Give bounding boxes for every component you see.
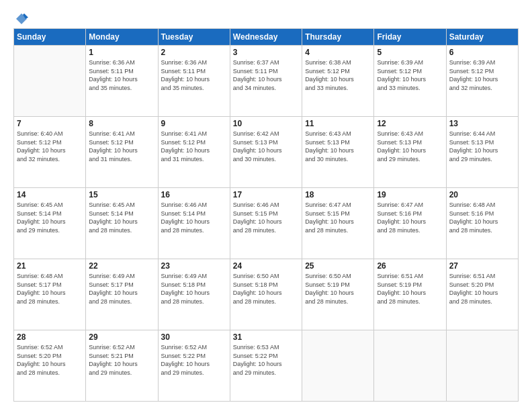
day-info: Sunrise: 6:43 AM Sunset: 5:13 PM Dayligh… [305, 130, 371, 163]
calendar-cell: 12Sunrise: 6:43 AM Sunset: 5:13 PM Dayli… [374, 117, 446, 188]
calendar-cell: 24Sunrise: 6:50 AM Sunset: 5:18 PM Dayli… [230, 259, 302, 330]
day-info: Sunrise: 6:42 AM Sunset: 5:13 PM Dayligh… [233, 130, 299, 163]
day-number: 30 [161, 332, 227, 342]
day-info: Sunrise: 6:37 AM Sunset: 5:11 PM Dayligh… [233, 58, 299, 92]
day-number: 17 [233, 190, 299, 199]
calendar-cell: 21Sunrise: 6:48 AM Sunset: 5:17 PM Dayli… [14, 259, 86, 330]
calendar-cell: 1Sunrise: 6:36 AM Sunset: 5:11 PM Daylig… [86, 46, 158, 117]
day-info: Sunrise: 6:45 AM Sunset: 5:14 PM Dayligh… [89, 201, 154, 234]
day-info: Sunrise: 6:39 AM Sunset: 5:12 PM Dayligh… [377, 58, 443, 92]
calendar-table: SundayMondayTuesdayWednesdayThursdayFrid… [13, 28, 519, 402]
calendar-cell [302, 330, 374, 402]
day-number: 20 [449, 190, 515, 199]
day-number: 3 [233, 48, 299, 57]
weekday-header-row: SundayMondayTuesdayWednesdayThursdayFrid… [14, 29, 519, 46]
day-number: 1 [89, 48, 154, 57]
day-number: 6 [449, 48, 515, 57]
day-info: Sunrise: 6:49 AM Sunset: 5:17 PM Dayligh… [89, 272, 154, 306]
day-info: Sunrise: 6:49 AM Sunset: 5:18 PM Dayligh… [161, 272, 227, 306]
calendar-cell: 22Sunrise: 6:49 AM Sunset: 5:17 PM Dayli… [86, 259, 158, 330]
day-info: Sunrise: 6:41 AM Sunset: 5:12 PM Dayligh… [161, 130, 227, 163]
calendar-cell: 8Sunrise: 6:41 AM Sunset: 5:12 PM Daylig… [86, 117, 158, 188]
day-number: 31 [233, 332, 299, 342]
calendar-cell [374, 330, 446, 402]
day-info: Sunrise: 6:38 AM Sunset: 5:12 PM Dayligh… [305, 58, 371, 92]
calendar-cell: 20Sunrise: 6:48 AM Sunset: 5:16 PM Dayli… [446, 188, 518, 259]
day-info: Sunrise: 6:41 AM Sunset: 5:12 PM Dayligh… [89, 130, 154, 163]
day-info: Sunrise: 6:46 AM Sunset: 5:14 PM Dayligh… [161, 201, 227, 234]
calendar-cell: 19Sunrise: 6:47 AM Sunset: 5:16 PM Dayli… [374, 188, 446, 259]
calendar-cell: 16Sunrise: 6:46 AM Sunset: 5:14 PM Dayli… [158, 188, 230, 259]
day-number: 10 [233, 119, 299, 128]
calendar-week-3: 14Sunrise: 6:45 AM Sunset: 5:14 PM Dayli… [14, 188, 519, 259]
calendar-cell: 17Sunrise: 6:46 AM Sunset: 5:15 PM Dayli… [230, 188, 302, 259]
day-number: 22 [89, 261, 154, 271]
day-info: Sunrise: 6:44 AM Sunset: 5:13 PM Dayligh… [449, 130, 515, 163]
calendar-cell: 30Sunrise: 6:52 AM Sunset: 5:22 PM Dayli… [158, 330, 230, 402]
calendar-cell [14, 46, 86, 117]
day-info: Sunrise: 6:36 AM Sunset: 5:11 PM Dayligh… [89, 58, 154, 92]
day-info: Sunrise: 6:36 AM Sunset: 5:11 PM Dayligh… [161, 58, 227, 92]
day-number: 4 [305, 48, 371, 57]
day-number: 5 [377, 48, 443, 57]
calendar-cell: 9Sunrise: 6:41 AM Sunset: 5:12 PM Daylig… [158, 117, 230, 188]
day-info: Sunrise: 6:47 AM Sunset: 5:15 PM Dayligh… [305, 201, 371, 234]
day-number: 21 [17, 261, 83, 271]
calendar-week-4: 21Sunrise: 6:48 AM Sunset: 5:17 PM Dayli… [14, 259, 519, 330]
weekday-header-tuesday: Tuesday [158, 29, 230, 46]
calendar-cell: 27Sunrise: 6:51 AM Sunset: 5:20 PM Dayli… [446, 259, 518, 330]
day-info: Sunrise: 6:46 AM Sunset: 5:15 PM Dayligh… [233, 201, 299, 234]
weekday-header-monday: Monday [86, 29, 158, 46]
calendar-cell: 4Sunrise: 6:38 AM Sunset: 5:12 PM Daylig… [302, 46, 374, 117]
day-number: 26 [377, 261, 443, 271]
weekday-header-wednesday: Wednesday [230, 29, 302, 46]
day-info: Sunrise: 6:39 AM Sunset: 5:12 PM Dayligh… [449, 58, 515, 92]
calendar-page: SundayMondayTuesdayWednesdayThursdayFrid… [0, 0, 532, 411]
weekday-header-saturday: Saturday [446, 29, 518, 46]
day-info: Sunrise: 6:50 AM Sunset: 5:19 PM Dayligh… [305, 272, 371, 306]
calendar-cell: 6Sunrise: 6:39 AM Sunset: 5:12 PM Daylig… [446, 46, 518, 117]
calendar-cell: 13Sunrise: 6:44 AM Sunset: 5:13 PM Dayli… [446, 117, 518, 188]
calendar-cell: 18Sunrise: 6:47 AM Sunset: 5:15 PM Dayli… [302, 188, 374, 259]
calendar-cell: 7Sunrise: 6:40 AM Sunset: 5:12 PM Daylig… [14, 117, 86, 188]
day-number: 23 [161, 261, 227, 271]
calendar-cell [446, 330, 518, 402]
day-number: 19 [377, 190, 443, 199]
day-number: 28 [17, 332, 83, 342]
calendar-cell: 28Sunrise: 6:52 AM Sunset: 5:20 PM Dayli… [14, 330, 86, 402]
calendar-week-5: 28Sunrise: 6:52 AM Sunset: 5:20 PM Dayli… [14, 330, 519, 402]
calendar-cell: 26Sunrise: 6:51 AM Sunset: 5:19 PM Dayli… [374, 259, 446, 330]
day-info: Sunrise: 6:53 AM Sunset: 5:22 PM Dayligh… [233, 343, 299, 377]
day-number: 9 [161, 119, 227, 128]
day-info: Sunrise: 6:48 AM Sunset: 5:17 PM Dayligh… [17, 272, 83, 306]
calendar-cell: 5Sunrise: 6:39 AM Sunset: 5:12 PM Daylig… [374, 46, 446, 117]
calendar-cell: 15Sunrise: 6:45 AM Sunset: 5:14 PM Dayli… [86, 188, 158, 259]
day-number: 2 [161, 48, 227, 57]
day-info: Sunrise: 6:52 AM Sunset: 5:21 PM Dayligh… [89, 343, 154, 377]
weekday-header-friday: Friday [374, 29, 446, 46]
day-info: Sunrise: 6:45 AM Sunset: 5:14 PM Dayligh… [17, 201, 83, 234]
day-number: 27 [449, 261, 515, 271]
calendar-cell: 31Sunrise: 6:53 AM Sunset: 5:22 PM Dayli… [230, 330, 302, 402]
calendar-cell: 10Sunrise: 6:42 AM Sunset: 5:13 PM Dayli… [230, 117, 302, 188]
calendar-week-1: 1Sunrise: 6:36 AM Sunset: 5:11 PM Daylig… [14, 46, 519, 117]
day-info: Sunrise: 6:51 AM Sunset: 5:20 PM Dayligh… [449, 272, 515, 306]
logo [13, 12, 28, 23]
calendar-cell: 14Sunrise: 6:45 AM Sunset: 5:14 PM Dayli… [14, 188, 86, 259]
day-info: Sunrise: 6:43 AM Sunset: 5:13 PM Dayligh… [377, 130, 443, 163]
day-info: Sunrise: 6:48 AM Sunset: 5:16 PM Dayligh… [449, 201, 515, 234]
day-number: 25 [305, 261, 371, 271]
day-number: 14 [17, 190, 83, 199]
day-info: Sunrise: 6:52 AM Sunset: 5:22 PM Dayligh… [161, 343, 227, 377]
day-number: 15 [89, 190, 154, 199]
calendar-cell: 11Sunrise: 6:43 AM Sunset: 5:13 PM Dayli… [302, 117, 374, 188]
day-number: 8 [89, 119, 154, 128]
day-number: 16 [161, 190, 227, 199]
day-info: Sunrise: 6:47 AM Sunset: 5:16 PM Dayligh… [377, 201, 443, 234]
calendar-cell: 2Sunrise: 6:36 AM Sunset: 5:11 PM Daylig… [158, 46, 230, 117]
calendar-cell: 23Sunrise: 6:49 AM Sunset: 5:18 PM Dayli… [158, 259, 230, 330]
day-number: 13 [449, 119, 515, 128]
day-number: 18 [305, 190, 371, 199]
weekday-header-thursday: Thursday [302, 29, 374, 46]
calendar-week-2: 7Sunrise: 6:40 AM Sunset: 5:12 PM Daylig… [14, 117, 519, 188]
